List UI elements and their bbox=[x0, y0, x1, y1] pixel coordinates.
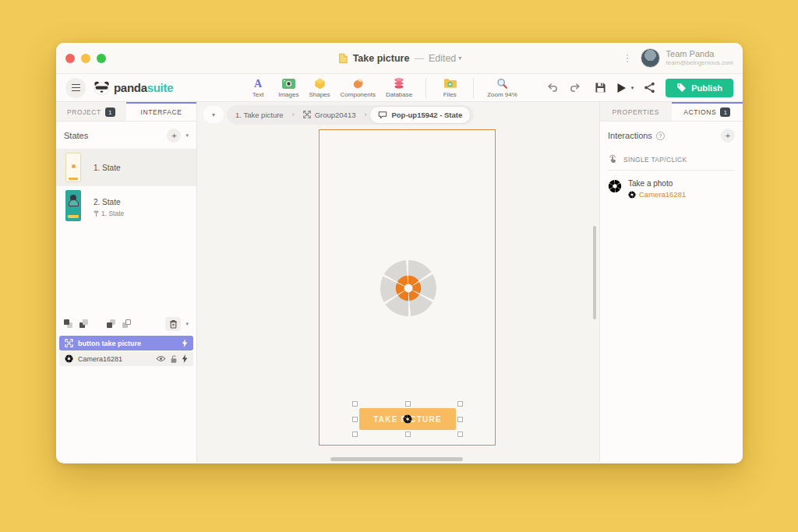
aperture-icon bbox=[608, 179, 622, 193]
bring-to-front-icon[interactable] bbox=[64, 319, 74, 329]
account-info[interactable]: Team Panda team@beingenious.com bbox=[666, 49, 733, 68]
tool-database[interactable]: Database bbox=[386, 78, 412, 98]
toolbar-separator bbox=[425, 78, 426, 98]
tab-project[interactable]: PROJECT 1 bbox=[56, 102, 126, 121]
visibility-eye-icon[interactable] bbox=[156, 355, 166, 362]
zoom-window-button[interactable] bbox=[97, 54, 106, 63]
redo-button[interactable] bbox=[569, 82, 581, 93]
left-panel: PROJECT 1 INTERFACE States + ▾ 1. State bbox=[56, 102, 197, 463]
user-avatar[interactable] bbox=[641, 48, 660, 68]
user-name: Team Panda bbox=[666, 49, 733, 60]
publish-button[interactable]: Publish bbox=[666, 79, 733, 97]
chevron-right-icon: › bbox=[292, 111, 295, 118]
document-icon bbox=[337, 53, 348, 64]
bring-forward-icon[interactable] bbox=[79, 319, 90, 329]
states-menu-caret[interactable]: ▾ bbox=[185, 132, 189, 139]
edited-status-dropdown[interactable]: Edited ▾ bbox=[429, 53, 461, 64]
project-badge: 1 bbox=[105, 107, 115, 117]
layers-toolbar: ▾ bbox=[56, 314, 196, 336]
more-options-icon[interactable]: ⋮ bbox=[621, 53, 634, 63]
breadcrumb-dropdown-button[interactable]: ▾ bbox=[203, 106, 224, 123]
aperture-icon-small bbox=[628, 191, 636, 199]
project-title: Take picture bbox=[353, 53, 410, 64]
resize-handle-top-left[interactable] bbox=[352, 401, 358, 407]
component-icon bbox=[352, 78, 364, 90]
close-window-button[interactable] bbox=[65, 54, 75, 63]
interaction-bolt-icon[interactable] bbox=[182, 339, 188, 347]
resize-handle-top-right[interactable] bbox=[457, 401, 463, 407]
add-state-button[interactable]: + bbox=[167, 129, 181, 143]
vertical-scrollbar[interactable] bbox=[593, 226, 596, 319]
popup-bubble-icon bbox=[378, 111, 387, 119]
insert-tools: A Text Images Shapes Component bbox=[248, 78, 517, 98]
delete-layer-button[interactable] bbox=[165, 317, 181, 331]
breadcrumb-item-page[interactable]: 1. Take picture bbox=[231, 111, 288, 119]
text-icon: A bbox=[252, 78, 263, 90]
window-titlebar: Take picture — Edited ▾ ⋮ Team Panda tea… bbox=[56, 43, 743, 74]
minimize-window-button[interactable] bbox=[81, 54, 90, 63]
title-separator: — bbox=[414, 53, 424, 64]
canvas-area[interactable]: ▾ 1. Take picture › Group20413 › Pop-up1… bbox=[197, 102, 599, 463]
state-2-thumbnail bbox=[65, 190, 81, 221]
resize-handle-top-center[interactable] bbox=[405, 401, 411, 407]
popup-frame[interactable]: TAKE PICTURE bbox=[319, 129, 496, 446]
save-icon bbox=[595, 82, 606, 93]
send-backward-icon[interactable] bbox=[107, 319, 117, 329]
add-interaction-button[interactable]: + bbox=[721, 129, 735, 143]
app-logo[interactable]: pandasuite bbox=[94, 81, 173, 95]
save-button[interactable] bbox=[595, 82, 606, 93]
layer-row-camera[interactable]: Camera16281 bbox=[59, 351, 193, 366]
main-toolbar: pandasuite A Text Images Shapes bbox=[56, 74, 743, 102]
resize-handle-middle-left[interactable] bbox=[352, 417, 358, 422]
layer-row-button-take-picture[interactable]: button take picture bbox=[59, 336, 193, 351]
preview-dropdown-caret[interactable]: ▾ bbox=[631, 85, 634, 91]
state-item-2[interactable]: 2. State 1. State bbox=[56, 186, 196, 225]
state-2-link: 1. State bbox=[94, 210, 124, 217]
undo-icon bbox=[546, 82, 559, 93]
tool-zoom[interactable]: Zoom 94% bbox=[487, 78, 517, 98]
resize-handle-bottom-left[interactable] bbox=[352, 432, 358, 437]
tab-interface[interactable]: INTERFACE bbox=[126, 102, 196, 121]
right-panel: PROPERTIES ACTIONS 1 Interactions ? + bbox=[599, 102, 743, 463]
undo-button[interactable] bbox=[546, 82, 559, 93]
right-panel-tabs: PROPERTIES ACTIONS 1 bbox=[600, 102, 743, 122]
document-title: Take picture — Edited ▾ bbox=[337, 43, 462, 73]
tool-files[interactable]: Files bbox=[440, 78, 460, 98]
action-title: Take a photo bbox=[628, 179, 686, 188]
trigger-single-tap[interactable]: SINGLE TAP/CLICK bbox=[608, 150, 735, 171]
breadcrumb-item-popup[interactable]: Pop-up15942 - State bbox=[370, 107, 470, 123]
preview-button[interactable]: ▾ bbox=[616, 83, 634, 93]
tool-shapes[interactable]: Shapes bbox=[309, 78, 330, 98]
tool-text[interactable]: A Text bbox=[248, 78, 268, 98]
delete-menu-caret[interactable]: ▾ bbox=[185, 321, 189, 327]
action-item-take-photo[interactable]: Take a photo Camera16281 bbox=[600, 171, 743, 207]
resize-handle-bottom-right[interactable] bbox=[457, 432, 463, 437]
send-to-back-icon[interactable] bbox=[122, 319, 132, 329]
tool-images[interactable]: Images bbox=[278, 78, 298, 98]
camera-icon bbox=[282, 78, 295, 90]
menu-button[interactable] bbox=[65, 78, 86, 98]
resize-handle-middle-right[interactable] bbox=[457, 417, 463, 422]
hexagon-icon bbox=[314, 78, 326, 90]
group-icon bbox=[303, 111, 311, 118]
play-icon bbox=[616, 83, 627, 93]
tool-components[interactable]: Components bbox=[341, 78, 376, 98]
window-controls bbox=[65, 54, 106, 63]
horizontal-scrollbar[interactable] bbox=[330, 457, 463, 461]
action-target[interactable]: Camera16281 bbox=[628, 190, 686, 199]
state-item-1[interactable]: 1. State bbox=[56, 149, 196, 186]
interaction-bolt-icon[interactable] bbox=[182, 354, 188, 363]
share-button[interactable] bbox=[644, 82, 655, 93]
svg-text:A: A bbox=[254, 78, 263, 89]
breadcrumb-item-group[interactable]: Group20413 bbox=[298, 111, 361, 119]
lock-icon[interactable] bbox=[170, 354, 178, 364]
states-title: States bbox=[64, 131, 88, 140]
toolbar-separator bbox=[473, 78, 474, 98]
help-icon[interactable]: ? bbox=[656, 132, 665, 140]
brand-name-secondary: suite bbox=[147, 81, 174, 94]
tab-actions[interactable]: ACTIONS 1 bbox=[672, 102, 743, 121]
tab-properties[interactable]: PROPERTIES bbox=[600, 102, 672, 121]
resize-handle-bottom-center[interactable] bbox=[405, 432, 411, 437]
app-window: Take picture — Edited ▾ ⋮ Team Panda tea… bbox=[56, 43, 743, 463]
take-picture-button[interactable]: TAKE PICTURE bbox=[359, 408, 456, 430]
